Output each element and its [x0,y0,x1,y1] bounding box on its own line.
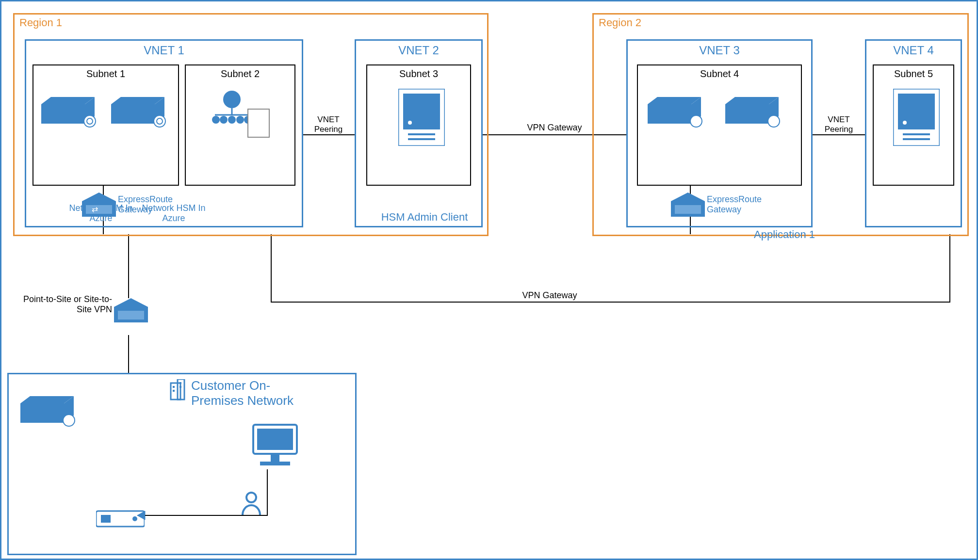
svg-point-24 [228,116,236,124]
vpn-gateway-label: VPN Gateway [506,123,603,133]
server-hsm-icon [41,95,99,130]
svg-point-33 [408,121,412,125]
svg-rect-37 [648,104,691,124]
subnet-2: Subnet 2 HSM Admin Client [185,64,295,186]
svg-rect-60 [20,403,64,423]
svg-rect-49 [903,133,930,135]
onprem-title: Customer On-Premises Network [191,378,308,408]
svg-rect-16 [111,104,155,124]
subnet-5-label: Subnet 5 [874,68,953,80]
svg-rect-35 [408,138,435,140]
svg-rect-56 [173,390,175,392]
svg-rect-27 [248,109,269,137]
subnet-4-label: Subnet 4 [638,68,801,80]
p2s-vpn-label: Point-to-Site or Site-to-Site VPN [15,294,112,315]
svg-point-67 [246,493,256,502]
svg-rect-41 [725,104,769,124]
vnet-2-label: VNET 2 [356,44,481,57]
svg-rect-66 [260,462,290,465]
architecture-diagram: Region 1 Region 2 VNET 1 Subnet 1 Networ… [0,0,978,560]
subnet-2-label: Subnet 2 [186,68,294,80]
svg-rect-52 [118,311,144,320]
backup-device-icon [96,508,145,531]
svg-point-23 [220,116,228,124]
svg-rect-45 [675,205,701,214]
region-1-label: Region 1 [19,16,62,29]
application-tile-icon [398,89,445,148]
building-icon [169,379,186,402]
subnet-3-label: Subnet 3 [367,68,470,80]
subnet-1-label: Subnet 1 [33,68,178,80]
gateway-icon [671,192,705,222]
svg-point-25 [236,116,244,124]
gateway-icon: ⇄ [82,192,116,222]
subnet-5: Subnet 5 Application 2 [873,64,954,186]
svg-point-18 [154,115,165,127]
region-2-label: Region 2 [599,16,641,29]
vpn-gateway-bottom-label: VPN Gateway [501,290,598,301]
expressroute-gateway-label: ExpressRoute Gateway [707,194,780,215]
svg-point-14 [84,115,96,127]
application-tile-icon [893,89,940,148]
subnet-4: Subnet 4 Network HSM In Azure Network HS… [637,64,802,186]
person-icon [241,492,262,519]
svg-rect-55 [173,386,175,388]
svg-point-43 [768,115,780,127]
svg-rect-64 [257,429,293,450]
vnet-3-label: VNET 3 [628,44,811,57]
svg-point-70 [132,516,137,521]
subnet-1: Subnet 1 Network HSM In Azure Network HS… [33,64,179,186]
svg-rect-34 [408,133,435,135]
svg-point-48 [903,121,907,125]
expressroute-gateway-label: ExpressRoute Gateway [118,194,191,215]
svg-rect-57 [179,382,181,384]
vnet-peering-label: VNET Peering [815,115,863,134]
svg-rect-50 [903,138,930,140]
svg-rect-53 [171,383,180,400]
svg-point-19 [223,91,241,108]
svg-point-22 [212,116,220,124]
vnet-4-label: VNET 4 [866,44,961,57]
svg-rect-12 [41,104,85,124]
vnet-1-label: VNET 1 [26,44,302,57]
svg-rect-29 [86,205,112,214]
svg-point-39 [690,115,702,127]
svg-point-62 [63,415,75,426]
subnet-3: Subnet 3 Application 1 [366,64,471,186]
server-hsm-icon [648,95,706,130]
gateway-icon [114,298,148,327]
load-balancer-icon [210,90,273,145]
workstation-icon [248,423,302,471]
svg-text:⇄: ⇄ [92,205,98,213]
server-hsm-icon [725,95,783,130]
server-hsm-icon [20,394,79,430]
svg-rect-69 [101,515,111,523]
server-hsm-icon [111,95,169,130]
svg-rect-65 [271,455,279,462]
application-1-label: Application 1 [732,228,837,241]
vnet-peering-label: VNET Peering [304,115,353,134]
onprem-network: Customer On-Premises Network On-premises… [7,373,357,555]
svg-rect-58 [179,386,181,388]
